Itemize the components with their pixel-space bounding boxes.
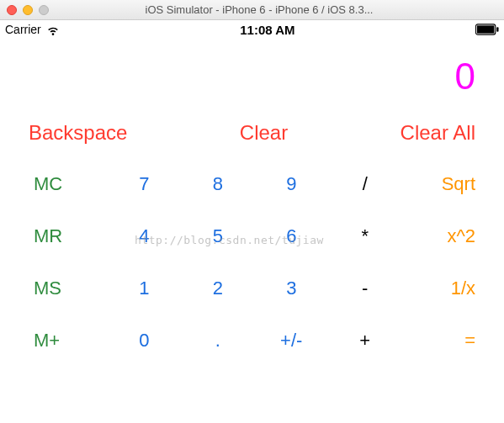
decimal-button[interactable]: .	[181, 330, 255, 352]
digit-5-button[interactable]: 5	[181, 225, 255, 247]
equals-button[interactable]: =	[402, 330, 485, 352]
digit-8-button[interactable]: 8	[181, 173, 255, 195]
clear-button[interactable]: Clear	[240, 121, 288, 145]
digit-7-button[interactable]: 7	[108, 173, 182, 195]
grid-row: MR 4 5 6 * x^2	[20, 210, 484, 262]
wifi-icon	[46, 23, 60, 36]
calculator-top-row: Backspace Clear Clear All	[0, 106, 504, 150]
divide-button[interactable]: /	[328, 173, 402, 195]
reciprocal-button[interactable]: 1/x	[402, 278, 485, 299]
ms-button[interactable]: MS	[20, 278, 108, 299]
digit-0-button[interactable]: 0	[108, 330, 182, 352]
mr-button[interactable]: MR	[20, 225, 108, 247]
status-time: 11:08 AM	[60, 23, 475, 37]
digit-4-button[interactable]: 4	[108, 225, 182, 247]
digit-6-button[interactable]: 6	[255, 225, 329, 247]
grid-row: MC 7 8 9 / Sqrt	[20, 158, 484, 210]
calculator-grid: MC 7 8 9 / Sqrt MR 4 5 6 * x^2 MS 1 2 3 …	[0, 150, 504, 367]
calculator-app: 0 Backspace Clear Clear All MC 7 8 9 / S…	[0, 39, 504, 367]
svg-rect-1	[477, 25, 495, 33]
mac-window-titlebar: iOS Simulator - iPhone 6 - iPhone 6 / iO…	[0, 0, 504, 20]
plus-button[interactable]: +	[328, 330, 402, 352]
digit-1-button[interactable]: 1	[108, 278, 182, 299]
minus-button[interactable]: -	[328, 278, 402, 299]
backspace-button[interactable]: Backspace	[29, 121, 127, 145]
carrier-label: Carrier	[5, 23, 41, 36]
digit-9-button[interactable]: 9	[255, 173, 329, 195]
svg-rect-2	[496, 27, 498, 32]
mc-button[interactable]: MC	[20, 173, 108, 195]
sign-toggle-button[interactable]: +/-	[255, 330, 329, 352]
ios-status-bar: Carrier 11:08 AM	[0, 20, 504, 39]
digit-2-button[interactable]: 2	[181, 278, 255, 299]
multiply-button[interactable]: *	[328, 225, 402, 247]
square-button[interactable]: x^2	[402, 225, 485, 247]
mplus-button[interactable]: M+	[20, 330, 108, 352]
calculator-display: 0	[0, 39, 504, 106]
battery-icon	[475, 24, 499, 35]
digit-3-button[interactable]: 3	[255, 278, 329, 299]
sqrt-button[interactable]: Sqrt	[402, 173, 485, 195]
window-title: iOS Simulator - iPhone 6 - iPhone 6 / iO…	[21, 3, 497, 16]
grid-row: MS 1 2 3 - 1/x	[20, 262, 484, 315]
clear-all-button[interactable]: Clear All	[401, 121, 475, 145]
grid-row: M+ 0 . +/- + =	[20, 315, 484, 367]
close-window-button[interactable]	[7, 5, 17, 15]
